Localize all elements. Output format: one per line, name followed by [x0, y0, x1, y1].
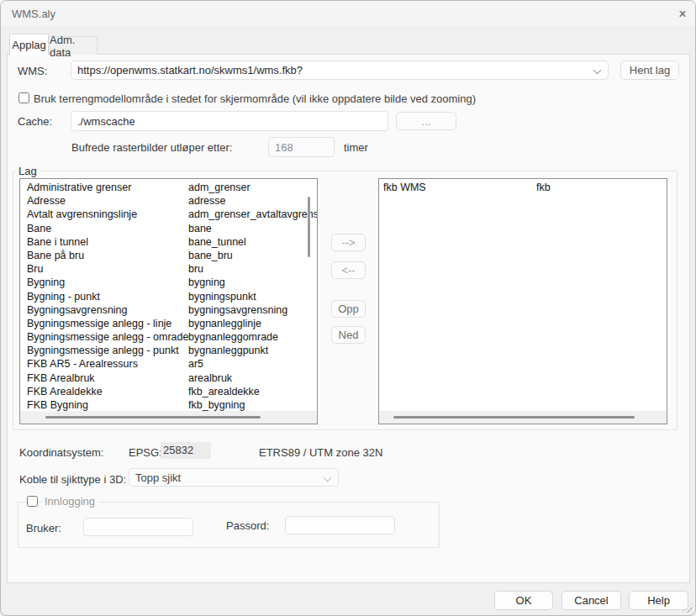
ok-button[interactable]: OK — [494, 591, 553, 610]
layer-code: fkb_arealdekke — [188, 385, 260, 398]
close-icon[interactable]: × — [672, 4, 693, 24]
move-right-button[interactable]: --> — [331, 234, 366, 251]
layer-code: bane_tunnel — [188, 235, 246, 249]
layer-code: fkb_bygning — [188, 398, 245, 412]
chevron-down-icon — [593, 66, 602, 75]
wms-label: WMS: — [18, 65, 47, 77]
layer-code: adm_grenser — [188, 181, 250, 194]
available-layers-list[interactable]: Administrative grenseradm_grenserAdresse… — [19, 178, 318, 424]
coordinate-system-label: Koordinatsystem: — [19, 446, 103, 459]
wms-url-value: https://openwms.statkart.no/skwms1/wms.f… — [77, 64, 303, 76]
buffer-unit-label: timer — [344, 141, 368, 154]
layer-row[interactable]: Banebane — [20, 222, 317, 235]
layer-name: FKB AR5 - Arealressurs — [27, 357, 138, 371]
available-layers-rows: Administrative grenseradm_grenserAdresse… — [20, 181, 317, 412]
cache-label: Cache: — [18, 115, 52, 128]
layer-row[interactable]: fkb WMSfkb — [379, 181, 667, 194]
fetch-layers-button[interactable]: Hent lag — [620, 61, 679, 80]
epsg-label: EPSG: — [129, 446, 162, 459]
coordinate-system-description: ETRS89 / UTM zone 32N — [259, 446, 382, 459]
horizontal-scrollbar-thumb[interactable] — [45, 416, 261, 419]
vertical-scrollbar[interactable] — [308, 197, 310, 257]
wms-dialog: WMS.aly × Applag Adm. data WMS: https://… — [0, 0, 696, 616]
help-button[interactable]: Help — [629, 591, 688, 610]
layer-row[interactable]: Avtalt avgrensningslinjeadm_grenser_avta… — [20, 208, 317, 221]
layer-row[interactable]: Bygningsmessige anlegg - linjebygnanlegg… — [20, 317, 317, 330]
layer-row[interactable]: FKB Bygningfkb_bygning — [20, 398, 317, 412]
user-input[interactable] — [83, 518, 193, 536]
layer-name: Bane på bru — [27, 249, 84, 262]
layer-row[interactable]: Bygningsmessige anlegg - punktbygnanlegg… — [20, 344, 317, 357]
login-group-label: Innlogging — [41, 495, 98, 508]
layer-name: Bygning - punkt — [27, 290, 100, 303]
layer-name: Bygningsmessige anlegg - punkt — [27, 344, 179, 357]
layer-code: arealbruk — [188, 371, 232, 385]
layer-row[interactable]: FKB Arealbrukarealbruk — [20, 371, 317, 385]
layer-name: Bane i tunnel — [27, 235, 88, 249]
layer-name: fkb WMS — [383, 181, 426, 194]
horizontal-scrollbar[interactable] — [20, 411, 317, 424]
move-down-button[interactable]: Ned — [331, 326, 366, 344]
layer-name: Bane — [27, 222, 51, 235]
login-checkbox[interactable] — [27, 496, 38, 507]
layer-name: FKB Bygning — [27, 398, 88, 412]
layer-code: bru — [188, 262, 203, 276]
layer-row[interactable]: Bane i tunnelbane_tunnel — [20, 235, 317, 249]
horizontal-scrollbar-thumb[interactable] — [393, 416, 635, 419]
wms-combobox[interactable]: https://openwms.statkart.no/skwms1/wms.f… — [71, 61, 609, 80]
layer-code: bygning — [188, 276, 225, 289]
layer-code: bygningspunkt — [188, 290, 256, 303]
horizontal-scrollbar[interactable] — [379, 411, 667, 424]
selected-layers-list[interactable]: fkb WMSfkb — [378, 178, 667, 424]
move-up-button[interactable]: Opp — [331, 300, 366, 318]
layer-row[interactable]: FKB Arealdekkefkb_arealdekke — [20, 385, 317, 398]
layer-name: FKB Arealbruk — [27, 371, 95, 385]
layer-type-3d-value: Topp sjikt — [135, 471, 181, 484]
layer-code: bygnanleggpunkt — [188, 344, 268, 357]
layers-group-label: Lag — [15, 165, 40, 177]
layer-name: Bru — [27, 262, 43, 276]
password-label: Passord: — [226, 519, 269, 532]
layer-code: bygnanleggomrade — [188, 330, 278, 344]
layer-name: Bygningsavgrensning — [27, 303, 128, 317]
layer-row[interactable]: Bygning - punktbygningspunkt — [20, 290, 317, 303]
layer-row[interactable]: Bygningsavgrensningbygningsavgrensning — [20, 303, 317, 317]
layer-name: Administrative grenser — [27, 181, 131, 194]
title-bar[interactable]: WMS.aly × — [1, 1, 695, 26]
layer-name: Bygning — [27, 276, 65, 289]
layer-name: Bygningsmessige anlegg - linje — [27, 317, 171, 330]
layer-code: bane — [188, 222, 212, 235]
layer-type-3d-dropdown[interactable]: Topp sjikt — [129, 468, 339, 487]
window-title: WMS.aly — [12, 8, 55, 20]
buffer-hours-input[interactable] — [268, 137, 335, 157]
password-input[interactable] — [285, 516, 395, 534]
chevron-down-icon — [324, 474, 332, 482]
layer-row[interactable]: Adresseadresse — [20, 194, 317, 208]
layer-name: FKB Arealdekke — [27, 385, 103, 398]
layer-name: Bygningsmessige anlegg - omrade — [27, 330, 188, 344]
tab-applag[interactable]: Applag — [9, 34, 49, 55]
cache-input[interactable] — [71, 111, 388, 131]
browse-button[interactable]: ... — [396, 112, 456, 130]
move-left-button[interactable]: <-- — [331, 261, 366, 279]
layer-row[interactable]: FKB AR5 - Arealressursar5 — [20, 357, 317, 371]
layer-row[interactable]: Bane på brubane_bru — [20, 249, 317, 262]
epsg-value-box: 25832 — [161, 442, 211, 459]
layer-row[interactable]: Bygningbygning — [20, 276, 317, 289]
layer-name: Avtalt avgrensningslinje — [27, 208, 137, 221]
selected-layers-rows: fkb WMSfkb — [379, 181, 667, 194]
layer-row[interactable]: Administrative grenseradm_grenser — [20, 181, 317, 194]
cancel-button[interactable]: Cancel — [562, 591, 621, 610]
layer-code: adresse — [188, 194, 225, 208]
layer-name: Adresse — [27, 194, 66, 208]
tab-adm-data[interactable]: Adm. data — [49, 36, 98, 55]
layer-row[interactable]: Bygningsmessige anlegg - omradebygnanleg… — [20, 330, 317, 344]
terrain-checkbox[interactable] — [18, 92, 29, 103]
layer-row[interactable]: Brubru — [20, 262, 317, 276]
layer-code: bane_bru — [188, 249, 233, 262]
terrain-checkbox-label: Bruk terrengmodellområde i stedet for sk… — [34, 92, 476, 105]
layer-code: adm_grenser_avtaltavgrensn — [188, 208, 317, 221]
layer-code: bygnanlegglinje — [188, 317, 261, 330]
layer-code: bygningsavgrensning — [188, 303, 287, 317]
layer-code: fkb — [536, 181, 551, 194]
